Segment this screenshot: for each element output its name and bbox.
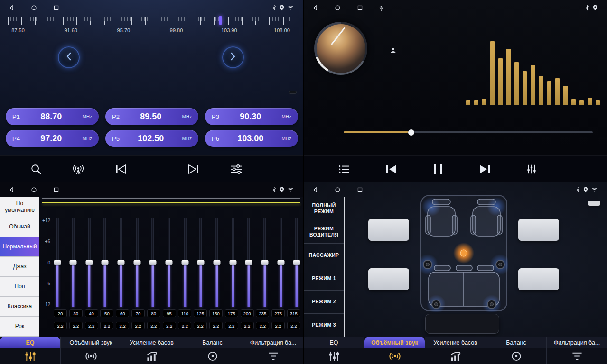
eq-band-slider[interactable]	[54, 218, 61, 307]
delay-front-right-button[interactable]	[518, 219, 559, 241]
mixer-icon[interactable]	[526, 164, 537, 174]
recents-button[interactable]	[53, 187, 59, 193]
mode-item[interactable]: РЕЖИМ 3	[304, 314, 344, 337]
next-track-icon[interactable]	[479, 164, 491, 174]
surround-tab-icon[interactable]	[364, 348, 425, 364]
slider-handle[interactable]	[277, 260, 284, 265]
seek-down-button[interactable]	[58, 46, 80, 68]
mode-item[interactable]: ПАССАЖИР	[304, 244, 344, 267]
tab-bass[interactable]: Усиление басов	[121, 337, 182, 364]
slider-handle[interactable]	[261, 260, 269, 265]
slider-handle[interactable]	[245, 260, 252, 265]
tab-label[interactable]: Объёмный звук	[364, 337, 425, 348]
slider-handle[interactable]	[197, 260, 205, 265]
mode-item[interactable]: РЕЖИМ ВОДИТЕЛЯ	[304, 220, 344, 244]
tab-balance[interactable]: Баланс	[182, 337, 243, 364]
tab-label[interactable]: Баланс	[182, 337, 243, 348]
mode-item[interactable]: РЕЖИМ 1	[304, 267, 344, 291]
balance-tab-icon[interactable]	[182, 348, 243, 364]
home-button[interactable]	[335, 187, 341, 193]
eq-band-slider[interactable]	[197, 218, 205, 307]
tab-filter[interactable]: Фильтрация ба...	[547, 337, 607, 364]
tuner-scan-icon[interactable]	[72, 164, 84, 175]
slider-handle[interactable]	[229, 260, 236, 265]
playlist-icon[interactable]	[338, 164, 350, 174]
surround-tab-icon[interactable]	[61, 348, 121, 364]
tab-surround[interactable]: Объёмный звук	[364, 337, 425, 364]
recents-button[interactable]	[357, 5, 363, 11]
preset-button[interactable]: P390.30MHz	[205, 108, 298, 125]
eq-band-slider[interactable]	[166, 218, 173, 307]
tab-label[interactable]: Усиление басов	[425, 337, 486, 348]
next-icon[interactable]	[187, 164, 200, 174]
tab-label[interactable]: Фильтрация ба...	[243, 337, 303, 348]
eq-tab-icon[interactable]	[304, 348, 364, 364]
slider-handle[interactable]	[181, 260, 188, 265]
filter-tab-icon[interactable]	[547, 348, 607, 364]
slider-handle[interactable]	[293, 260, 300, 265]
slider-handle[interactable]	[214, 260, 221, 265]
preset-button[interactable]: P188.70MHz	[6, 108, 99, 125]
delay-rear-right-button[interactable]	[518, 268, 559, 290]
eq-band-slider[interactable]	[85, 218, 93, 307]
slider-handle[interactable]	[166, 260, 173, 265]
pause-button[interactable]	[432, 164, 444, 174]
tab-label[interactable]: Баланс	[486, 337, 546, 348]
recents-button[interactable]	[357, 187, 363, 193]
preset-button[interactable]: P497.20MHz	[6, 130, 99, 147]
back-button[interactable]	[312, 187, 318, 193]
eq-band-slider[interactable]	[118, 218, 125, 307]
progress-bar[interactable]	[344, 131, 593, 133]
eq-preset-item[interactable]: Рок	[0, 317, 39, 337]
home-button[interactable]	[335, 5, 341, 11]
eq-preset-item[interactable]: Обычай	[0, 217, 39, 237]
eq-band-slider[interactable]	[245, 218, 252, 307]
slider-handle[interactable]	[85, 260, 93, 265]
delay-rear-left-button[interactable]	[368, 268, 409, 290]
eq-band-slider[interactable]	[70, 218, 77, 307]
tab-bass[interactable]: Усиление басов	[425, 337, 486, 364]
delay-front-left-button[interactable]	[368, 219, 409, 241]
tab-eq[interactable]: EQ	[304, 337, 364, 364]
preset-button[interactable]: P5102.50MHz	[105, 130, 198, 147]
tab-surround[interactable]: Объёмный звук	[61, 337, 121, 364]
preset-button[interactable]: P6103.00MHz	[205, 130, 298, 147]
mode-item[interactable]: ПОЛНЫЙ РЕЖИМ	[304, 197, 344, 220]
recents-button[interactable]	[53, 5, 59, 11]
previous-icon[interactable]	[115, 164, 127, 174]
home-button[interactable]	[31, 187, 37, 193]
frequency-ruler[interactable]	[8, 17, 292, 26]
home-button[interactable]	[31, 5, 37, 11]
search-icon[interactable]	[30, 164, 42, 175]
tab-balance[interactable]: Баланс	[486, 337, 547, 364]
tab-filter[interactable]: Фильтрация ба...	[243, 337, 303, 364]
slider-handle[interactable]	[133, 260, 140, 265]
back-button[interactable]	[312, 5, 318, 11]
slider-handle[interactable]	[70, 260, 77, 265]
slider-handle[interactable]	[149, 260, 157, 265]
mode-item[interactable]: РЕЖИМ 2	[304, 291, 344, 314]
progress-knob[interactable]	[408, 129, 414, 136]
eq-band-slider[interactable]	[149, 218, 157, 307]
preset-normal-button[interactable]	[588, 201, 600, 206]
back-button[interactable]	[9, 5, 15, 11]
eq-preset-item[interactable]: По умолчанию	[0, 197, 39, 217]
eq-band-slider[interactable]	[133, 218, 140, 307]
eq-band-slider[interactable]	[293, 218, 300, 307]
eq-sliders-icon[interactable]	[230, 164, 243, 174]
eq-band-slider[interactable]	[102, 218, 109, 307]
slider-handle[interactable]	[118, 260, 125, 265]
eq-band-slider[interactable]	[181, 218, 188, 307]
tab-label[interactable]: EQ	[304, 337, 364, 348]
eq-preset-item[interactable]: Классика	[0, 297, 39, 317]
previous-track-icon[interactable]	[385, 164, 397, 174]
tab-label[interactable]: EQ	[0, 337, 60, 348]
tab-label[interactable]: Фильтрация ба...	[547, 337, 607, 348]
eq-band-slider[interactable]	[229, 218, 236, 307]
seek-up-button[interactable]	[222, 46, 244, 68]
tab-label[interactable]: Усиление басов	[121, 337, 182, 348]
tab-label[interactable]: Объёмный звук	[61, 337, 121, 348]
eq-preset-item[interactable]: Поп	[0, 277, 39, 297]
preset-button[interactable]: P289.50MHz	[105, 108, 198, 125]
eq-band-slider[interactable]	[261, 218, 269, 307]
